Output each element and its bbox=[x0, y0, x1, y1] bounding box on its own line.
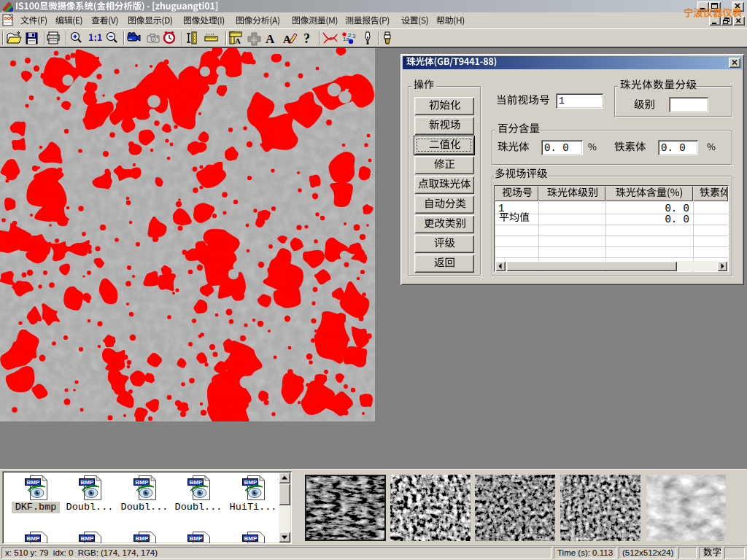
svg-text:?: ? bbox=[303, 31, 310, 46]
svg-text:BMP: BMP bbox=[190, 479, 203, 486]
svg-text:BMP: BMP bbox=[27, 479, 40, 486]
svg-text:BMP: BMP bbox=[136, 535, 149, 542]
svg-text:BMP: BMP bbox=[244, 479, 258, 486]
svg-text:2: 2 bbox=[348, 32, 352, 39]
svg-text:BMP: BMP bbox=[81, 479, 94, 486]
svg-text:BMP: BMP bbox=[136, 479, 149, 486]
svg-text:A: A bbox=[235, 36, 241, 45]
svg-text:BMP: BMP bbox=[81, 535, 94, 542]
svg-text:BMP: BMP bbox=[27, 535, 40, 542]
svg-text:A: A bbox=[266, 32, 275, 46]
svg-text:BMP: BMP bbox=[244, 535, 258, 542]
svg-text:BMP: BMP bbox=[190, 535, 203, 542]
svg-text:DOC: DOC bbox=[4, 16, 13, 20]
svg-text:3: 3 bbox=[352, 33, 356, 39]
